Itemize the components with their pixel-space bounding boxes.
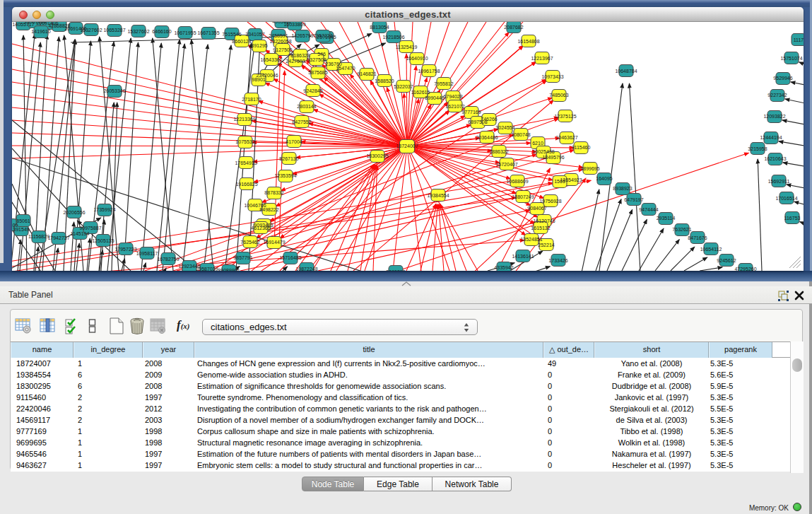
svg-text:19756928: 19756928 xyxy=(539,199,561,204)
svg-text:9857791: 9857791 xyxy=(233,255,252,260)
svg-text:19384554: 19384554 xyxy=(427,193,449,198)
svg-text:7632621: 7632621 xyxy=(672,227,691,232)
svg-text:18724007: 18724007 xyxy=(396,144,418,148)
svg-text:10463627: 10463627 xyxy=(555,135,577,140)
svg-text:1075532: 1075532 xyxy=(235,139,254,144)
svg-text:14265799: 14265799 xyxy=(291,33,313,38)
svg-text:16640910: 16640910 xyxy=(406,56,428,61)
svg-text:8878332: 8878332 xyxy=(264,190,283,195)
svg-text:4612365: 4612365 xyxy=(251,226,270,230)
svg-text:18807249: 18807249 xyxy=(512,194,534,199)
svg-text:12353594: 12353594 xyxy=(274,173,296,178)
svg-text:12375125: 12375125 xyxy=(554,114,576,119)
svg-text:17016514: 17016514 xyxy=(775,196,797,201)
svg-text:164095: 164095 xyxy=(596,176,612,181)
svg-text:746266: 746266 xyxy=(481,117,497,122)
svg-text:12444194: 12444194 xyxy=(760,135,782,140)
svg-text:1565: 1565 xyxy=(554,179,565,184)
svg-text:10958117: 10958117 xyxy=(136,251,158,256)
svg-text:252214: 252214 xyxy=(538,243,554,247)
svg-text:12213369: 12213369 xyxy=(233,117,255,122)
svg-text:8813054: 8813054 xyxy=(370,25,389,30)
svg-text:20206556: 20206556 xyxy=(63,210,85,215)
svg-text:12213967: 12213967 xyxy=(531,56,553,61)
svg-text:10973433: 10973433 xyxy=(541,74,563,79)
svg-text:5322037: 5322037 xyxy=(394,84,413,89)
svg-text:1162615: 1162615 xyxy=(411,90,430,95)
svg-text:7886322: 7886322 xyxy=(489,149,508,154)
svg-text:3215958: 3215958 xyxy=(748,146,767,151)
svg-text:9115460: 9115460 xyxy=(572,145,591,150)
svg-text:9127505: 9127505 xyxy=(273,47,292,52)
svg-text:9899695: 9899695 xyxy=(580,166,599,171)
svg-text:19166825: 19166825 xyxy=(235,182,257,187)
svg-text:9242845: 9242845 xyxy=(303,88,322,93)
svg-text:17942737: 17942737 xyxy=(47,235,69,240)
svg-text:15716485: 15716485 xyxy=(279,255,301,260)
svg-text:9245612: 9245612 xyxy=(717,258,736,263)
svg-text:16154808: 16154808 xyxy=(517,39,539,44)
svg-text:2087682: 2087682 xyxy=(504,25,523,30)
svg-text:15751074: 15751074 xyxy=(780,56,802,61)
svg-text:7625462: 7625462 xyxy=(240,240,259,245)
svg-text:10025438: 10025438 xyxy=(532,149,554,154)
svg-text:9777169: 9777169 xyxy=(461,110,481,115)
svg-text:16914479: 16914479 xyxy=(263,240,285,245)
svg-text:9529946: 9529946 xyxy=(773,76,792,81)
svg-text:6466160: 6466160 xyxy=(152,29,171,34)
svg-text:26053346: 26053346 xyxy=(103,88,125,93)
svg-text:5875685: 5875685 xyxy=(308,70,327,75)
svg-text:2935114: 2935114 xyxy=(657,216,676,221)
svg-text:2718170: 2718170 xyxy=(242,97,261,102)
svg-text:15327602: 15327602 xyxy=(127,29,149,34)
svg-text:2803144: 2803144 xyxy=(297,104,316,109)
svg-text:16671355: 16671355 xyxy=(197,30,219,35)
svg-text:391549: 391549 xyxy=(13,227,29,232)
svg-text:14136141: 14136141 xyxy=(512,254,534,259)
svg-text:10688609: 10688609 xyxy=(506,179,528,184)
svg-text:8267130: 8267130 xyxy=(279,156,298,161)
svg-text:18300295: 18300295 xyxy=(366,153,388,158)
svg-text:90975887: 90975887 xyxy=(79,226,101,230)
svg-text:3341057: 3341057 xyxy=(245,32,264,37)
svg-text:417004: 417004 xyxy=(286,139,302,144)
svg-text:19218506: 19218506 xyxy=(382,35,404,40)
svg-text:891295: 891295 xyxy=(251,43,267,48)
svg-text:9327508: 9327508 xyxy=(307,57,326,62)
svg-text:15327602: 15327602 xyxy=(80,28,102,33)
svg-text:1547470: 1547470 xyxy=(336,66,355,71)
svg-text:8990446: 8990446 xyxy=(425,95,444,100)
svg-text:10653287: 10653287 xyxy=(103,28,125,33)
svg-text:16120746: 16120746 xyxy=(533,218,555,223)
svg-text:15720407: 15720407 xyxy=(495,162,517,167)
svg-text:17957223: 17957223 xyxy=(114,247,136,252)
svg-text:9146821: 9146821 xyxy=(357,71,376,76)
svg-text:1733426: 1733426 xyxy=(548,258,567,263)
svg-text:2458591: 2458591 xyxy=(269,33,288,38)
svg-text:10654112: 10654112 xyxy=(700,247,722,252)
svg-text:1621072: 1621072 xyxy=(445,104,464,109)
svg-text:6210: 6210 xyxy=(532,141,543,146)
svg-text:1615132: 1615132 xyxy=(531,226,550,230)
svg-text:13524851: 13524851 xyxy=(520,237,542,242)
svg-text:39587039: 39587039 xyxy=(196,267,218,271)
svg-text:6794028: 6794028 xyxy=(443,94,462,99)
svg-text:17654913: 17654913 xyxy=(235,160,257,165)
svg-text:98901: 98901 xyxy=(252,77,266,82)
svg-text:9474444: 9474444 xyxy=(639,207,658,212)
svg-text:13226058: 13226058 xyxy=(269,39,291,44)
svg-text:16782759: 16782759 xyxy=(157,257,179,262)
svg-text:11156829: 11156829 xyxy=(28,234,49,239)
svg-text:8660124: 8660124 xyxy=(232,39,251,44)
svg-text:85061: 85061 xyxy=(16,218,30,223)
svg-text:3024554: 3024554 xyxy=(495,125,514,130)
svg-text:16033809: 16033809 xyxy=(283,22,305,27)
svg-text:8938923: 8938923 xyxy=(613,186,632,191)
svg-text:18495796: 18495796 xyxy=(542,155,564,160)
svg-text:16543362: 16543362 xyxy=(260,57,282,62)
svg-text:546: 546 xyxy=(317,52,326,57)
svg-text:2427503: 2427503 xyxy=(286,59,305,64)
svg-text:89089901: 89089901 xyxy=(218,268,240,271)
svg-text:10648784: 10648784 xyxy=(615,69,637,74)
svg-text:20364486: 20364486 xyxy=(476,135,498,140)
